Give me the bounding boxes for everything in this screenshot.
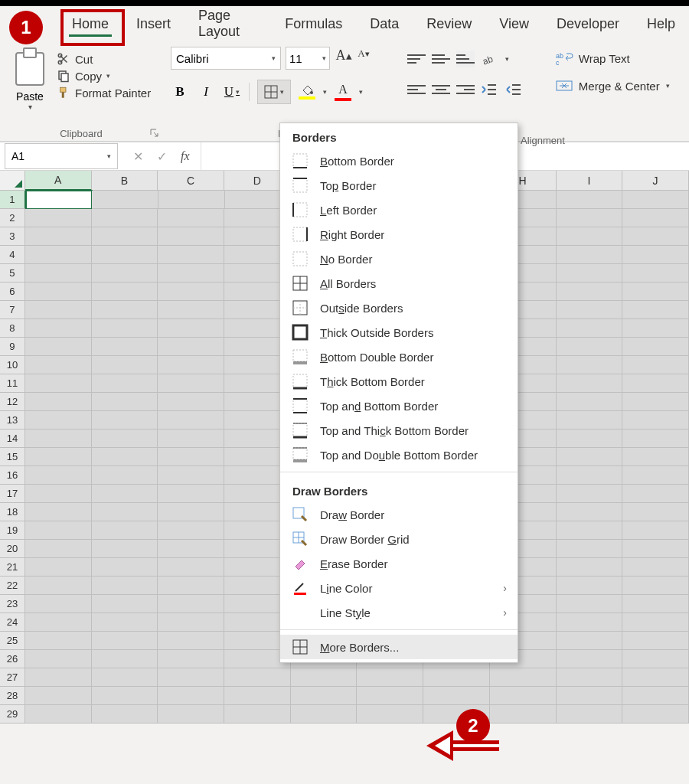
menu-item-top-and-bottom-border[interactable]: Top and Bottom Border bbox=[280, 394, 518, 418]
menu-item-no-border[interactable]: No Border bbox=[280, 247, 518, 271]
menu-item-bottom-double-border[interactable]: Bottom Double Border bbox=[280, 345, 518, 369]
cell[interactable] bbox=[557, 595, 623, 613]
row-header[interactable]: 5 bbox=[0, 264, 25, 283]
cell[interactable] bbox=[158, 540, 224, 558]
cell[interactable] bbox=[622, 632, 689, 650]
cell[interactable] bbox=[622, 338, 689, 356]
cell[interactable] bbox=[557, 301, 623, 319]
cell[interactable] bbox=[557, 411, 623, 430]
align-right-button[interactable] bbox=[456, 81, 475, 98]
row-header[interactable]: 7 bbox=[0, 301, 25, 319]
menu-item-draw-border-grid[interactable]: Draw Border Grid bbox=[280, 527, 518, 551]
cell[interactable] bbox=[92, 613, 158, 632]
menu-item-thick-outside-borders[interactable]: Thick Outside Borders bbox=[280, 320, 518, 345]
menu-item-right-border[interactable]: Right Border bbox=[280, 222, 518, 247]
cell[interactable] bbox=[622, 227, 689, 246]
cell[interactable] bbox=[25, 503, 92, 521]
cell[interactable] bbox=[622, 319, 689, 338]
cell[interactable] bbox=[92, 632, 158, 650]
cell[interactable] bbox=[557, 577, 623, 595]
cell[interactable] bbox=[92, 558, 158, 577]
cell[interactable] bbox=[92, 319, 158, 338]
cell[interactable] bbox=[357, 668, 423, 687]
row-header[interactable]: 3 bbox=[0, 227, 25, 246]
row-header[interactable]: 9 bbox=[0, 338, 25, 356]
cell[interactable] bbox=[25, 283, 92, 301]
cell[interactable] bbox=[557, 466, 623, 485]
cell[interactable] bbox=[158, 411, 224, 430]
cell[interactable] bbox=[25, 411, 92, 430]
name-box[interactable]: A1 ▾ bbox=[5, 143, 118, 169]
menu-item-line-style[interactable]: Line Style › bbox=[280, 600, 518, 625]
row-header[interactable]: 24 bbox=[0, 613, 25, 632]
row-header[interactable]: 27 bbox=[0, 668, 25, 687]
chevron-down-icon[interactable]: ▾ bbox=[106, 72, 110, 80]
cell[interactable] bbox=[291, 687, 358, 705]
cell[interactable] bbox=[622, 374, 689, 393]
row-header[interactable]: 1 bbox=[0, 191, 26, 209]
row-header[interactable]: 22 bbox=[0, 577, 25, 595]
cut-button[interactable]: Cut bbox=[57, 52, 155, 66]
cell[interactable] bbox=[357, 705, 423, 724]
cell[interactable] bbox=[557, 393, 623, 411]
cell[interactable] bbox=[622, 466, 689, 485]
cell[interactable] bbox=[25, 356, 92, 374]
row-header[interactable]: 14 bbox=[0, 430, 25, 448]
cell[interactable] bbox=[622, 613, 689, 632]
cell[interactable] bbox=[423, 668, 490, 687]
cell[interactable] bbox=[224, 668, 291, 687]
cell[interactable] bbox=[158, 485, 224, 503]
font-color-button[interactable]: A bbox=[335, 83, 351, 101]
cell[interactable] bbox=[92, 356, 158, 374]
cell[interactable] bbox=[622, 595, 689, 613]
cell[interactable] bbox=[158, 301, 224, 319]
bold-button[interactable]: B bbox=[171, 81, 189, 103]
tab-developer[interactable]: Developer bbox=[543, 10, 633, 38]
cell[interactable] bbox=[557, 613, 623, 632]
cell[interactable] bbox=[158, 521, 224, 540]
enter-formula-icon[interactable]: ✓ bbox=[157, 149, 167, 164]
cell[interactable] bbox=[557, 521, 623, 540]
align-bottom-button[interactable] bbox=[456, 51, 475, 67]
menu-item-erase-border[interactable]: Erase Border bbox=[280, 551, 518, 576]
shrink-font-button[interactable]: A▾ bbox=[354, 47, 373, 69]
chevron-down-icon[interactable]: ▾ bbox=[107, 152, 111, 160]
cell[interactable] bbox=[557, 540, 623, 558]
cell[interactable] bbox=[557, 246, 623, 264]
cell[interactable] bbox=[26, 191, 93, 209]
cell[interactable] bbox=[92, 264, 158, 283]
copy-button[interactable]: Copy ▾ bbox=[57, 69, 155, 83]
cell[interactable] bbox=[25, 540, 92, 558]
cell[interactable] bbox=[622, 209, 689, 227]
cell[interactable] bbox=[92, 246, 158, 264]
cell[interactable] bbox=[622, 430, 689, 448]
cell[interactable] bbox=[622, 503, 689, 521]
cell[interactable] bbox=[557, 264, 623, 283]
cell[interactable] bbox=[224, 687, 291, 705]
chevron-down-icon[interactable]: ▾ bbox=[666, 82, 670, 90]
cell[interactable] bbox=[25, 595, 92, 613]
cell[interactable] bbox=[622, 577, 689, 595]
cell[interactable] bbox=[25, 374, 92, 393]
row-header[interactable]: 25 bbox=[0, 632, 25, 650]
cell[interactable] bbox=[92, 374, 158, 393]
col-header[interactable]: B bbox=[92, 171, 158, 191]
cell[interactable] bbox=[622, 705, 689, 724]
cell[interactable] bbox=[158, 466, 224, 485]
tab-page-layout[interactable]: Page Layout bbox=[184, 2, 271, 46]
cell[interactable] bbox=[158, 577, 224, 595]
chevron-down-icon[interactable]: ▾ bbox=[322, 54, 326, 62]
fx-label[interactable]: fx bbox=[181, 149, 190, 164]
row-header[interactable]: 10 bbox=[0, 356, 25, 374]
row-header[interactable]: 11 bbox=[0, 374, 25, 393]
cell[interactable] bbox=[622, 246, 689, 264]
cell[interactable] bbox=[158, 227, 224, 246]
row-header[interactable]: 2 bbox=[0, 209, 25, 227]
chevron-down-icon[interactable]: ▾ bbox=[505, 55, 509, 63]
cell[interactable] bbox=[25, 558, 92, 577]
row-header[interactable]: 28 bbox=[0, 687, 25, 705]
row-header[interactable]: 29 bbox=[0, 705, 25, 724]
underline-button[interactable]: U▾ bbox=[223, 81, 241, 103]
menu-item-top-and-thick-bottom-border[interactable]: Top and Thick Bottom Border bbox=[280, 418, 518, 443]
align-middle-button[interactable] bbox=[432, 51, 450, 67]
